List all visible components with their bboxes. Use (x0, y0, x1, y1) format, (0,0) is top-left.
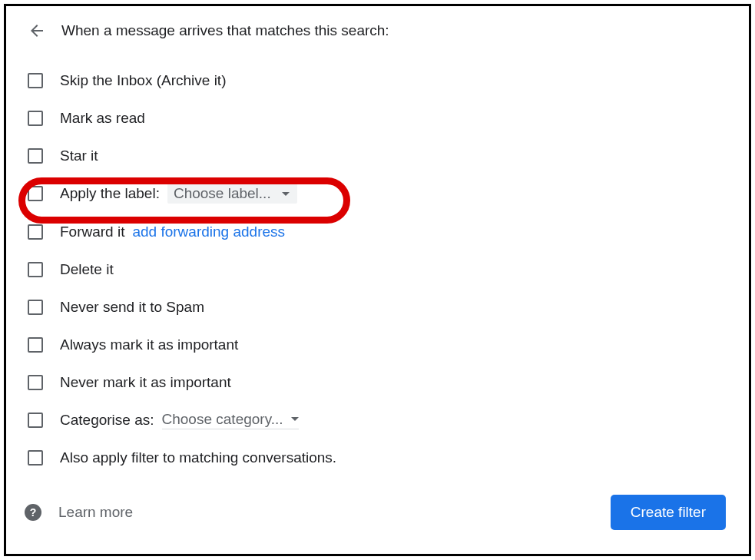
checkbox-never-important[interactable] (28, 375, 43, 390)
option-label: Skip the Inbox (Archive it) (60, 72, 226, 89)
option-label: Never mark it as important (60, 374, 231, 391)
back-arrow-icon[interactable] (28, 22, 46, 40)
option-skip-inbox: Skip the Inbox (Archive it) (22, 61, 726, 99)
dropdown-text: Choose label... (174, 185, 271, 202)
chevron-down-icon (291, 417, 299, 421)
checkbox-delete-it[interactable] (28, 262, 43, 277)
option-label: Mark as read (60, 110, 145, 127)
learn-more-link[interactable]: Learn more (58, 504, 133, 521)
option-mark-read: Mark as read (22, 99, 726, 137)
option-label: Forward it (60, 224, 124, 240)
checkbox-also-apply[interactable] (28, 450, 43, 466)
checkbox-categorise-as[interactable] (28, 413, 43, 428)
chevron-down-icon (282, 192, 290, 196)
checkbox-star-it[interactable] (28, 148, 43, 164)
create-filter-button[interactable]: Create filter (611, 495, 726, 530)
option-never-important: Never mark it as important (22, 363, 726, 401)
option-label: Delete it (60, 261, 114, 278)
category-dropdown[interactable]: Choose category... (162, 411, 299, 429)
option-label: Never send it to Spam (60, 299, 204, 316)
option-never-spam: Never send it to Spam (22, 288, 726, 326)
option-also-apply: Also apply filter to matching conversati… (22, 439, 726, 476)
checkbox-apply-label[interactable] (28, 186, 43, 201)
dropdown-text: Choose category... (162, 411, 283, 428)
option-apply-label: Apply the label: Choose label... (22, 174, 726, 213)
option-label: Always mark it as important (60, 336, 238, 353)
option-always-important: Always mark it as important (22, 326, 726, 363)
option-label: Also apply filter to matching conversati… (60, 449, 336, 466)
checkbox-always-important[interactable] (28, 337, 43, 353)
option-delete-it: Delete it (22, 250, 726, 288)
checkbox-mark-read[interactable] (28, 111, 43, 126)
page-title: When a message arrives that matches this… (61, 22, 389, 39)
option-label: Categorise as: (60, 412, 154, 429)
checkbox-never-spam[interactable] (28, 300, 43, 315)
add-forwarding-link[interactable]: add forwarding address (132, 224, 285, 240)
option-forward-it: Forward it add forwarding address (22, 213, 726, 250)
option-categorise-as: Categorise as: Choose category... (22, 401, 726, 439)
checkbox-forward-it[interactable] (28, 224, 43, 240)
checkbox-skip-inbox[interactable] (28, 73, 43, 88)
option-label: Star it (60, 147, 98, 164)
option-label: Apply the label: (60, 185, 160, 202)
help-icon[interactable]: ? (25, 504, 41, 521)
label-dropdown[interactable]: Choose label... (167, 184, 297, 204)
option-star-it: Star it (22, 137, 726, 174)
